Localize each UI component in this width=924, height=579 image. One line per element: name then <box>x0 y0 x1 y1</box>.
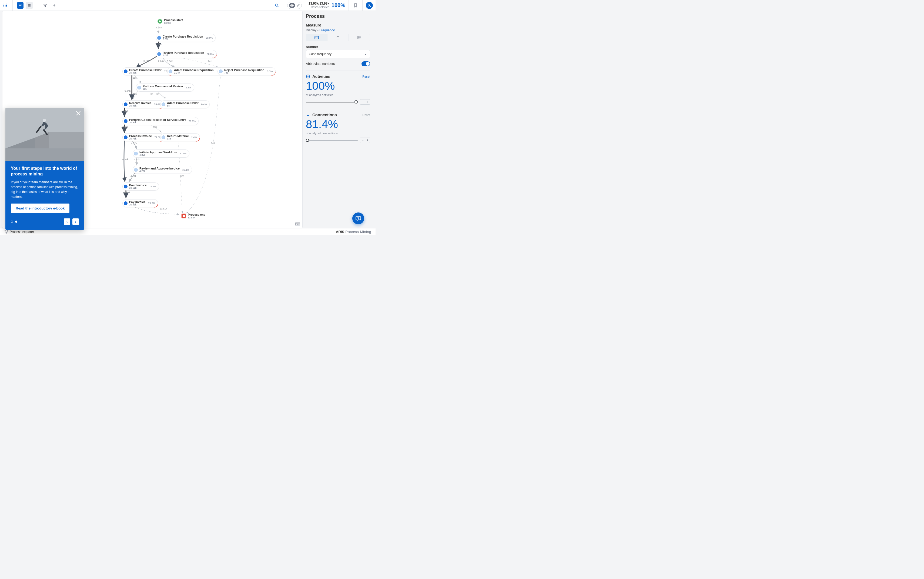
connections-slider[interactable] <box>306 138 358 142</box>
brand-label: ARISProcess Mining <box>336 230 371 234</box>
connections-decrement[interactable]: − <box>360 138 365 143</box>
svg-point-1 <box>5 3 6 4</box>
svg-point-7 <box>5 6 6 7</box>
edge-label: 7.22k <box>122 110 128 112</box>
user-avatar[interactable] <box>366 2 373 9</box>
connections-title: Connections <box>312 113 337 117</box>
svg-point-43 <box>43 119 46 122</box>
connections-value: 81.4% <box>306 119 370 130</box>
connections-caption: of analyzed connections <box>306 132 370 135</box>
node-dot-icon <box>157 36 161 40</box>
edge-label: 8.08k <box>156 26 162 29</box>
node-post-invoice[interactable]: Post Invoice10.61k 76.2% <box>122 182 159 191</box>
promo-pagination-dots[interactable] <box>11 221 17 223</box>
node-dot-icon <box>134 168 138 172</box>
promo-body-text: If you or your team members are still in… <box>11 180 79 199</box>
connections-down-icon <box>306 113 310 117</box>
activities-decrement[interactable]: − <box>360 100 365 104</box>
svg-point-3 <box>3 5 4 6</box>
node-dot-icon <box>157 52 161 56</box>
node-receive-invoice[interactable]: Receive Invoice10.95k 78.6% <box>122 100 164 108</box>
canvas-keyboard-icon[interactable]: ⌨ <box>295 222 300 226</box>
bookmark-icon[interactable] <box>352 2 359 9</box>
cases-selected-indicator: 13.93k/13.93k Cases selected <box>309 2 329 8</box>
node-adapt-purchase-order[interactable]: Adapt Purchase Order58 0.4% <box>160 100 210 108</box>
node-perform-commercial-review[interactable]: Perform Commercial Review315 2.3% <box>136 83 194 92</box>
edge-label: 315 <box>133 77 137 79</box>
help-fab-button[interactable] <box>352 213 364 224</box>
edge-label: 741 <box>211 142 215 145</box>
node-reject-purchase-requisition[interactable]: Reject Purchase Requisition741 5.3% <box>217 67 276 75</box>
activities-reset-link[interactable]: Reset <box>362 75 370 78</box>
node-review-purchase-requisition[interactable]: Review Purchase Requisition8.08k 58.0% <box>156 50 217 58</box>
process-end-label: Process end13.93k <box>188 213 205 219</box>
panel-title: Process <box>306 13 370 19</box>
promo-card: Your first steps into the world of proce… <box>5 108 84 230</box>
promo-prev-button[interactable]: ‹ <box>64 218 70 225</box>
promo-next-button[interactable]: › <box>72 218 79 225</box>
measure-mode-table-icon[interactable] <box>349 34 370 41</box>
edge-label: 741 <box>208 60 212 62</box>
svg-point-4 <box>5 5 6 6</box>
edge-label: 6.84k <box>124 90 131 92</box>
process-start-icon <box>158 19 162 24</box>
node-create-purchase-order[interactable]: Create Purchase Order10.83k 77.9% <box>122 67 174 75</box>
promo-cta-button[interactable]: Read the introductory e-book <box>11 204 69 213</box>
svg-point-46 <box>358 219 359 219</box>
node-perform-goods-receipt[interactable]: Perform Goods Receipt or Service Entry10… <box>122 117 199 125</box>
edge-label: 4.22k <box>131 142 137 145</box>
svg-point-37 <box>6 232 7 233</box>
edge-label: 315 <box>133 93 137 95</box>
edge-label: 58 <box>150 93 153 95</box>
zoom-value[interactable]: 100% <box>331 2 345 8</box>
svg-point-2 <box>6 3 7 4</box>
footer-tab-process-explorer[interactable]: Process explorer <box>4 230 34 234</box>
node-return-material[interactable]: Return Material338 2.4% <box>160 133 200 141</box>
svg-rect-29 <box>358 36 361 39</box>
edge-label: 2.24k <box>158 60 164 62</box>
measure-mode-segmented[interactable]: 123 <box>306 34 370 41</box>
refresh-icon[interactable] <box>273 2 281 9</box>
svg-point-12 <box>276 4 278 6</box>
connections-increment[interactable]: + <box>365 138 370 143</box>
node-dot-icon <box>162 103 165 106</box>
connections-reset-link: Reset <box>362 113 370 116</box>
activities-slider[interactable] <box>306 100 358 104</box>
node-initiate-approval-workflow[interactable]: Initiate Approval Workflow4.22k 30.3% <box>133 149 189 158</box>
node-process-invoice[interactable]: Process Invoice10.76k 77.3% <box>122 133 164 141</box>
node-create-purchase-requisition[interactable]: Create Purchase Requisition8.08k 58.0% <box>156 34 215 42</box>
measure-title: Measure <box>306 23 370 27</box>
abbreviate-toggle[interactable] <box>361 61 370 66</box>
edge-label: 239 <box>180 174 184 177</box>
project-chip[interactable]: TE <box>17 2 23 9</box>
promo-image <box>5 108 84 161</box>
svg-point-8 <box>6 6 7 7</box>
filter-icon[interactable] <box>42 2 49 9</box>
activities-title: Activities <box>312 74 330 79</box>
view-mode-toggle[interactable] <box>287 2 302 9</box>
app-grid-icon[interactable] <box>2 2 8 8</box>
activities-increment[interactable]: + <box>365 100 370 104</box>
measure-mode-time-icon[interactable] <box>327 34 349 41</box>
node-dot-icon <box>124 201 127 205</box>
edge-label: 4.22k <box>131 175 136 178</box>
node-dot-icon <box>124 69 127 73</box>
svg-rect-39 <box>5 149 84 161</box>
node-dot-icon <box>124 103 127 106</box>
node-review-approve-invoice[interactable]: Review and Approve Invoice4.22k 30.3% <box>133 166 192 174</box>
node-dot-icon <box>124 119 127 123</box>
measure-mode-frequency-icon[interactable]: 123 <box>306 34 327 41</box>
activities-value: 100% <box>306 80 370 92</box>
edge-label: 4.22k <box>134 158 140 161</box>
promo-close-icon[interactable] <box>76 111 81 116</box>
number-label: Number <box>306 45 370 49</box>
number-select[interactable]: Case frequency <box>306 50 370 58</box>
node-pay-invoice[interactable]: Pay Invoice10.61k 76.2% <box>122 199 158 207</box>
svg-point-14 <box>369 4 370 5</box>
process-start-label: Process start13.93k <box>164 18 183 25</box>
edge-label: 10.61k <box>160 207 167 210</box>
edge-label: 58 <box>157 93 159 95</box>
menu-icon[interactable] <box>26 2 33 9</box>
edge-label: 10.61k <box>123 191 130 194</box>
add-icon[interactable]: + <box>51 2 58 9</box>
